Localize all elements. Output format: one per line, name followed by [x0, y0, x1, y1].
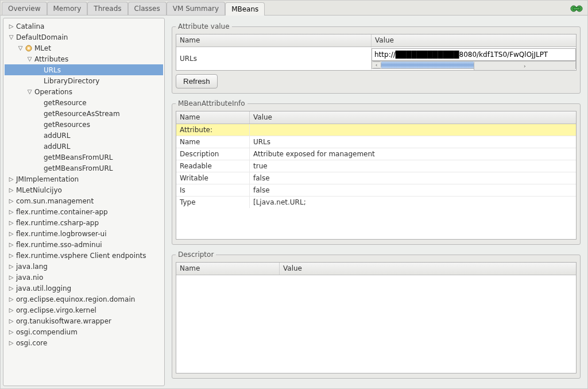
tree-node-label: addURL: [43, 132, 70, 140]
info-name-cell: Readable: [176, 160, 250, 172]
chevron-right-icon[interactable]: ▷: [8, 198, 14, 204]
tab-memory[interactable]: Memory: [47, 2, 88, 15]
tree-node-label: org.eclipse.virgo.kernel: [16, 306, 96, 314]
chevron-right-icon[interactable]: ▷: [8, 23, 14, 29]
tree-node[interactable]: addURL: [5, 130, 163, 141]
tree-node[interactable]: ▷com.sun.management: [5, 195, 163, 206]
attr-value-cell[interactable]: ‹ ›: [372, 47, 576, 70]
tree-node[interactable]: ▷flex.runtime.container-app: [5, 206, 163, 217]
tree-node[interactable]: ▷JMImplementation: [5, 174, 163, 184]
tab-threads[interactable]: Threads: [87, 2, 127, 15]
chevron-right-icon[interactable]: ▷: [8, 230, 14, 237]
tree-node-label: getMBeansFromURL: [43, 153, 113, 161]
tree-node[interactable]: ▷osgi.compendium: [5, 326, 163, 337]
attribute-value-table: Name Value URLs: [176, 34, 577, 71]
table-row[interactable]: NameURLs: [176, 136, 576, 148]
info-name-cell: Attribute:: [176, 124, 250, 136]
col-value-header[interactable]: Value: [250, 111, 576, 124]
tree-node-label: Operations: [34, 88, 72, 96]
tab-overview[interactable]: Overview: [2, 2, 47, 15]
bean-icon: [25, 45, 32, 52]
tree-node[interactable]: ▷MLetNiulcijyo: [5, 184, 163, 195]
scroll-left-button[interactable]: ‹: [372, 61, 381, 68]
tree-node[interactable]: ▷java.nio: [5, 272, 163, 283]
tree-node[interactable]: ▷osgi.core: [5, 337, 163, 348]
chevron-right-icon[interactable]: ▷: [8, 274, 14, 280]
chevron-right-icon[interactable]: ▷: [8, 329, 14, 335]
tree-node[interactable]: ▷org.eclipse.virgo.kernel: [5, 305, 163, 315]
scroll-right-button[interactable]: ›: [474, 61, 576, 70]
chevron-right-icon[interactable]: ▷: [8, 296, 14, 302]
info-name-cell: Description: [176, 148, 250, 160]
tree-node[interactable]: ▷Catalina: [5, 21, 163, 32]
chevron-right-icon[interactable]: ▷: [8, 263, 14, 269]
tree-node[interactable]: ▷org.eclipse.equinox.region.domain: [5, 294, 163, 305]
col-name-header[interactable]: Name: [176, 263, 280, 275]
mbeans-tree[interactable]: ▷Catalina▽DefaultDomain▽MLet▽AttributesU…: [3, 18, 165, 386]
tree-node[interactable]: URLs: [5, 64, 163, 75]
tab-mbeans[interactable]: MBeans: [225, 2, 265, 16]
col-name-header[interactable]: Name: [176, 34, 372, 47]
chevron-right-icon[interactable]: ▷: [8, 252, 14, 259]
table-row[interactable]: Attribute:: [176, 124, 576, 136]
chevron-right-icon[interactable]: ▷: [8, 285, 14, 291]
tree-node[interactable]: addURL: [5, 141, 163, 152]
col-name-header[interactable]: Name: [176, 111, 250, 124]
chevron-right-icon[interactable]: ▷: [8, 318, 14, 324]
table-row[interactable]: URLs ‹ ›: [176, 47, 576, 70]
table-row[interactable]: Writablefalse: [176, 172, 576, 184]
tree-node[interactable]: ▷java.lang: [5, 261, 163, 272]
chevron-right-icon[interactable]: ▷: [8, 187, 14, 193]
tree-node[interactable]: ▷java.util.logging: [5, 283, 163, 294]
chevron-right-icon[interactable]: ▷: [8, 176, 14, 182]
tree-node[interactable]: ▽DefaultDomain: [5, 32, 163, 43]
refresh-button[interactable]: Refresh: [176, 74, 218, 88]
tree-node[interactable]: getMBeansFromURL: [5, 163, 163, 174]
tree-node[interactable]: ▽MLet: [5, 43, 163, 53]
chevron-down-icon[interactable]: ▽: [26, 56, 33, 62]
table-row[interactable]: DescriptionAttribute exposed for managem…: [176, 148, 576, 160]
chevron-down-icon[interactable]: ▽: [17, 45, 24, 51]
chevron-right-icon[interactable]: ▷: [8, 241, 14, 248]
chevron-right-icon[interactable]: ▷: [8, 219, 14, 226]
info-value-cell: Attribute exposed for management: [250, 148, 576, 160]
info-name-cell: Is: [176, 184, 250, 196]
tree-node[interactable]: getMBeansFromURL: [5, 152, 163, 163]
url-input[interactable]: [372, 48, 576, 61]
horizontal-scrollbar[interactable]: ‹ ›: [372, 61, 576, 69]
chevron-right-icon[interactable]: ▷: [8, 307, 14, 313]
tree-node-label: MLet: [34, 44, 51, 52]
chevron-right-icon[interactable]: ▷: [8, 340, 14, 346]
col-value-header[interactable]: Value: [372, 34, 576, 47]
tree-node[interactable]: ▽Attributes: [5, 53, 163, 64]
chevron-down-icon[interactable]: ▽: [8, 34, 14, 40]
tree-node[interactable]: LibraryDirectory: [5, 75, 163, 86]
chevron-down-icon[interactable]: ▽: [26, 88, 33, 95]
tab-vm-summary[interactable]: VM Summary: [167, 2, 225, 15]
connection-status-icon: [570, 5, 583, 13]
tree-node[interactable]: ▷org.tanukisoftware.wrapper: [5, 315, 163, 326]
chevron-right-icon[interactable]: ▷: [8, 209, 14, 215]
table-row[interactable]: Readabletrue: [176, 160, 576, 172]
tab-classes[interactable]: Classes: [128, 2, 167, 15]
tree-node-label: URLs: [43, 66, 61, 74]
mbean-attribute-info-table: Name Value Attribute:NameURLsDescription…: [176, 111, 577, 240]
scrollbar-track[interactable]: [381, 61, 474, 68]
tree-node-label: MLetNiulcijyo: [16, 186, 62, 194]
tree-node[interactable]: ▷flex.runtime.csharp-app: [5, 217, 163, 228]
tree-node[interactable]: ▽Operations: [5, 86, 163, 97]
tree-node-label: java.nio: [16, 274, 43, 282]
table-row[interactable]: Type[Ljava.net.URL;: [176, 197, 576, 208]
tree-node-label: getResourceAsStream: [43, 110, 120, 118]
tree-node[interactable]: getResources: [5, 119, 163, 130]
attribute-value-panel: Attribute value Name Value URLs: [172, 22, 581, 94]
tree-node[interactable]: ▷flex.runtime.sso-adminui: [5, 239, 163, 250]
tree-node-label: JMImplementation: [16, 175, 79, 183]
table-row[interactable]: Isfalse: [176, 184, 576, 197]
tree-node[interactable]: getResourceAsStream: [5, 108, 163, 119]
col-value-header[interactable]: Value: [280, 263, 576, 275]
info-name-cell: Type: [176, 197, 250, 208]
tree-node[interactable]: ▷flex.runtime.logbrowser-ui: [5, 228, 163, 239]
tree-node[interactable]: getResource: [5, 97, 163, 108]
tree-node[interactable]: ▷flex.runtime.vsphere Client endpoints: [5, 250, 163, 261]
